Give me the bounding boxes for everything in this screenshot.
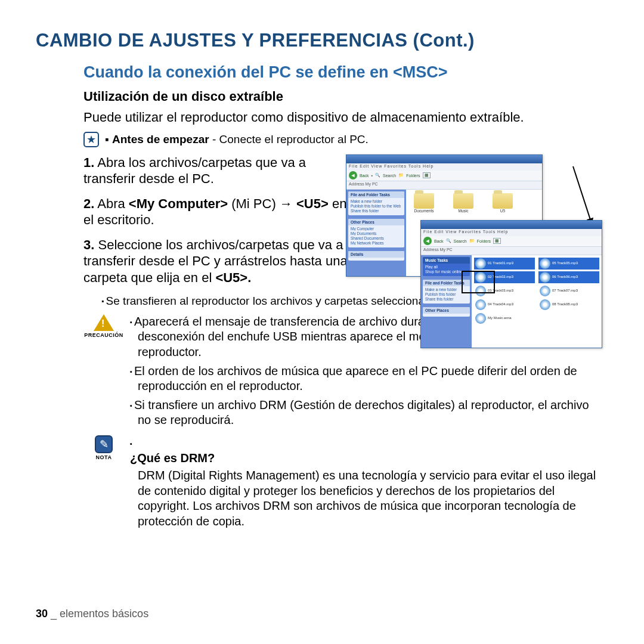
folder-icon: Documents: [410, 193, 438, 213]
folder-icon: U5: [488, 193, 517, 213]
window-toolbar: ◄ Back ▪ 🔍Search 📁Folders ▦: [346, 171, 542, 181]
section-subtitle: Cuando la conexión del PC se define en <…: [83, 63, 608, 82]
intro-paragraph: Puede utilizar el reproductor como dispo…: [83, 109, 602, 126]
before-text: ▪ Antes de empezar - Conecte el reproduc…: [105, 133, 369, 146]
explorer-window-2: File Edit View Favorites Tools Help ◄ Ba…: [420, 220, 602, 348]
before-start-row: ★ ▪ Antes de empezar - Conecte el reprod…: [83, 132, 608, 147]
caution-item: Si transfiere un archivo DRM (Gestión de…: [130, 398, 602, 428]
music-file: My Music.wma: [474, 312, 535, 324]
note-label: NOTA: [96, 454, 112, 460]
screenshot-mock: File Edit View Favorites Tools Help ◄ Ba…: [346, 154, 602, 277]
step-3: 3. Seleccione los archivos/carpetas que …: [83, 237, 358, 286]
music-file: 01 Track01.mp3: [474, 258, 535, 270]
music-file: 05 Track05.mp3: [538, 258, 599, 270]
caution-label: PRECAUCIÓN: [84, 332, 123, 338]
back-icon: ◄: [349, 171, 357, 179]
sidebar: Music Tasks Play all Shop for music onli…: [421, 255, 472, 348]
warning-icon: [94, 314, 114, 331]
music-file: 04 Track04.mp3: [474, 299, 535, 311]
sidebar: File and Folder Tasks Make a new folder …: [346, 190, 406, 276]
music-file: 08 Track08.mp3: [538, 299, 599, 311]
music-file: 06 Track06.mp3: [538, 271, 599, 283]
cd-icon: [540, 299, 550, 310]
cd-icon: [540, 286, 550, 296]
cd-icon: [540, 272, 550, 283]
address-bar: Address My PC: [421, 247, 602, 255]
star-icon: ★: [83, 132, 99, 147]
page-footer: 30 _ elementos básicos: [36, 608, 148, 620]
cd-icon: [475, 313, 486, 324]
file-list: 01 Track01.mp3 05 Track05.mp3 02 Track02…: [472, 255, 602, 348]
note-block: ✎ NOTA ¿Qué es DRM? DRM (Digital Rights …: [83, 435, 602, 533]
subsection-heading: Utilización de un disco extraíble: [83, 89, 608, 104]
page-title: CAMBIO DE AJUSTES Y PREFERENCIAS (Cont.): [36, 30, 608, 51]
window-titlebar: [346, 155, 542, 163]
back-icon: ◄: [423, 237, 432, 245]
cd-icon: [475, 299, 486, 310]
drag-arrow-icon: [572, 166, 592, 223]
window-titlebar: [421, 221, 602, 229]
note-item: ¿Qué es DRM? DRM (Digital Rights Managem…: [130, 435, 602, 530]
note-icon: ✎: [95, 435, 113, 453]
cd-icon: [540, 258, 550, 269]
window-menubar: File Edit View Favorites Tools Help: [346, 163, 542, 171]
folder-icon: Music: [449, 193, 478, 213]
selection-box: [462, 271, 495, 293]
cd-icon: [475, 258, 486, 269]
steps-container: 1. Abra los archivos/carpetas que va a t…: [83, 154, 602, 286]
caution-item: El orden de los archivos de música que a…: [130, 364, 602, 394]
address-bar: Address My PC: [346, 181, 542, 190]
step-1: 1. Abra los archivos/carpetas que va a t…: [83, 154, 358, 187]
window-menubar: File Edit View Favorites Tools Help: [421, 229, 602, 236]
window-toolbar: ◄ Back 🔍Search 📁Folders ▦: [421, 236, 602, 247]
music-file: 07 Track07.mp3: [538, 285, 599, 297]
step-2: 2. Abra <My Computer> (Mi PC) → <U5> en …: [83, 196, 358, 228]
